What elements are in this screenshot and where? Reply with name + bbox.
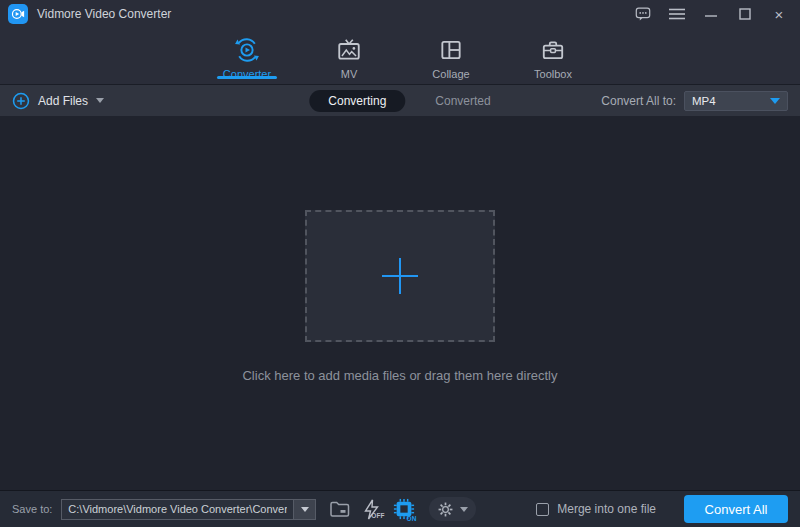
tab-mv-label: MV xyxy=(341,68,358,80)
tab-converting[interactable]: Converting xyxy=(309,90,405,112)
media-dropzone[interactable] xyxy=(305,210,495,342)
high-speed-toggle[interactable]: OFF xyxy=(363,499,380,520)
merge-into-one-file-option[interactable]: Merge into one file xyxy=(536,502,656,516)
gear-icon xyxy=(437,501,454,518)
drop-hint-text: Click here to add media files or drag th… xyxy=(242,368,557,383)
app-window: Vidmore Video Converter xyxy=(0,0,800,527)
tab-mv[interactable]: MV xyxy=(317,28,381,84)
tab-converted[interactable]: Converted xyxy=(435,94,490,108)
tab-converter-label: Converter xyxy=(223,68,271,80)
toolbox-icon xyxy=(540,37,566,63)
tab-toolbox[interactable]: Toolbox xyxy=(521,28,585,84)
toolbar: Add Files Converting Converted Convert A… xyxy=(0,85,800,116)
titlebar: Vidmore Video Converter xyxy=(0,0,800,28)
folder-icon xyxy=(329,500,350,518)
tab-converter[interactable]: Converter xyxy=(215,28,279,84)
save-to-label: Save to: xyxy=(12,503,52,515)
converter-icon xyxy=(234,37,260,63)
save-path-input[interactable] xyxy=(61,499,293,520)
convert-all-to-group: Convert All to: MP4 xyxy=(601,91,788,111)
output-format-select[interactable]: MP4 xyxy=(684,91,788,111)
queue-tabs: Converting Converted xyxy=(309,90,490,112)
main-content: Click here to add media files or drag th… xyxy=(0,116,800,490)
minimize-icon[interactable] xyxy=(698,3,724,25)
maximize-icon[interactable] xyxy=(732,3,758,25)
add-files-caret-icon[interactable] xyxy=(96,98,104,103)
tab-collage[interactable]: Collage xyxy=(419,28,483,84)
settings-caret-icon xyxy=(460,507,468,512)
add-files-label: Add Files xyxy=(38,94,88,108)
tab-toolbox-label: Toolbox xyxy=(534,68,572,80)
window-title: Vidmore Video Converter xyxy=(37,7,171,21)
mv-icon xyxy=(336,37,362,63)
close-icon[interactable]: × xyxy=(766,3,792,25)
add-media-plus-icon xyxy=(380,256,420,296)
high-speed-state-label: OFF xyxy=(371,512,384,519)
add-circle-icon xyxy=(12,92,30,110)
collage-icon xyxy=(438,37,464,63)
add-files-button[interactable]: Add Files xyxy=(12,92,104,110)
convert-all-to-label: Convert All to: xyxy=(601,94,676,108)
convert-all-button[interactable]: Convert All xyxy=(684,495,788,523)
save-path-group xyxy=(61,499,316,520)
tab-collage-label: Collage xyxy=(432,68,469,80)
save-path-dropdown-button[interactable] xyxy=(293,499,316,520)
statusbar: Save to: OFF xyxy=(0,490,800,527)
hardware-acceleration-state-label: ON xyxy=(407,515,417,522)
settings-button[interactable] xyxy=(429,497,476,521)
menu-icon[interactable] xyxy=(664,3,690,25)
hardware-acceleration-toggle[interactable]: ON xyxy=(393,498,415,520)
save-path-caret-icon xyxy=(301,507,309,512)
open-folder-button[interactable] xyxy=(329,500,350,518)
app-logo-icon xyxy=(8,4,28,24)
format-caret-icon xyxy=(770,98,780,104)
merge-checkbox[interactable] xyxy=(536,503,549,516)
feedback-icon[interactable] xyxy=(630,3,656,25)
merge-label: Merge into one file xyxy=(557,502,656,516)
main-navigation: Converter MV Collage xyxy=(0,28,800,85)
output-format-value: MP4 xyxy=(692,95,770,107)
